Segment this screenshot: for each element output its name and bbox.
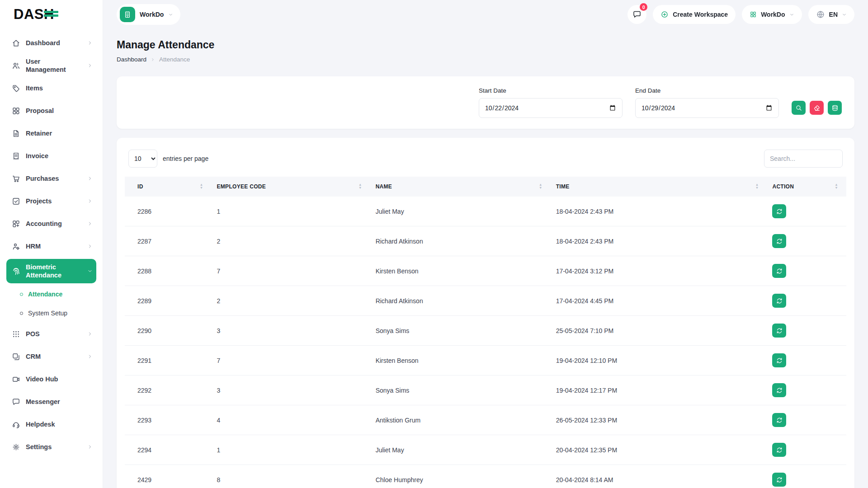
sidebar-item-dashboard[interactable]: Dashboard [6,32,96,54]
sidebar-item-retainer[interactable]: Retainer [6,122,96,145]
start-date-field: Start Date [479,87,623,118]
cell-action [767,286,846,316]
cell-action [767,405,846,435]
cell-id: 2293 [125,405,212,435]
cart-icon [12,174,20,183]
sidebar-item-video-hub[interactable]: Video Hub [6,368,96,390]
chevron-right-icon [87,176,93,181]
table-row: 22903Sonya Sims25-05-2024 7:10 PM [125,316,846,346]
breadcrumb-dashboard-link[interactable]: Dashboard [117,56,146,63]
cell-id: 2289 [125,286,212,316]
plus-circle-icon [660,10,669,19]
attendance-table-card: 10 entries per page ID▲▼EMPLOYEE CODE▲▼N… [117,138,854,488]
video-icon [12,375,20,384]
sync-attendance-button[interactable] [772,383,786,397]
sync-attendance-button[interactable] [772,234,786,248]
create-workspace-button[interactable]: Create Workspace [653,5,736,24]
sidebar-item-settings[interactable]: Settings [6,436,96,458]
column-header-action[interactable]: ACTION▲▼ [767,177,846,197]
apply-filter-button[interactable] [792,101,806,115]
refresh-icon [776,297,783,305]
cell-employee-code: 8 [212,465,370,488]
reset-filter-button[interactable] [810,101,824,115]
attendance-table: ID▲▼EMPLOYEE CODE▲▼NAME▲▼TIME▲▼ACTION▲▼ … [125,177,846,488]
sidebar-item-crm[interactable]: CRM [6,345,96,368]
table-header-row: ID▲▼EMPLOYEE CODE▲▼NAME▲▼TIME▲▼ACTION▲▼ [125,177,846,197]
filter-actions [792,101,842,115]
table-row: 22872Richard Atkinson18-04-2024 2:43 PM [125,226,846,256]
table-wrap: ID▲▼EMPLOYEE CODE▲▼NAME▲▼TIME▲▼ACTION▲▼ … [117,177,854,488]
dots-icon [12,330,20,338]
sort-icon[interactable]: ▲▼ [539,183,542,190]
app-logo[interactable]: DASH [0,0,103,29]
column-header-employee-code[interactable]: EMPLOYEE CODE▲▼ [212,177,370,197]
sidebar-item-helpdesk[interactable]: Helpdesk [6,413,96,436]
refresh-icon [776,417,783,424]
logo-text: DASH [14,6,54,23]
sidebar-item-proposal[interactable]: Proposal [6,99,96,122]
sidebar-subitem-attendance[interactable]: Attendance [6,285,96,304]
sidebar-item-purchases[interactable]: Purchases [6,167,96,190]
breadcrumb: Dashboard Attendance [117,56,854,63]
cell-id: 2292 [125,375,212,405]
sidebar-item-user-management[interactable]: User Management [6,54,96,77]
sidebar-item-items[interactable]: Items [6,77,96,99]
cell-name: Richard Atkinson [370,226,551,256]
sidebar-item-projects[interactable]: Projects [6,190,96,212]
sync-attendance-button[interactable] [772,294,786,308]
messages-button[interactable]: 0 [627,5,646,24]
topbar: WorkDo 0 Create Workspace WorkDo EN [103,0,868,29]
sync-attendance-button[interactable] [772,443,786,457]
cell-name: Kirsten Benson [370,256,551,286]
refresh-icon [776,238,783,245]
chat-icon [12,398,20,406]
sidebar-item-accounting[interactable]: Accounting [6,212,96,235]
column-header-time[interactable]: TIME▲▼ [551,177,767,197]
workspace-dropdown[interactable]: WorkDo [742,5,802,24]
page-title: Manage Attendance [117,39,854,51]
column-header-name[interactable]: NAME▲▼ [370,177,551,197]
sync-attendance-button[interactable] [772,204,786,218]
cell-name: Juliet May [370,435,551,465]
sort-icon[interactable]: ▲▼ [755,183,759,190]
refresh-icon [776,208,783,215]
table-row: 22923Sonya Sims19-04-2024 12:17 PM [125,375,846,405]
sidebar-subitem-system-setup[interactable]: System Setup [6,304,96,323]
breadcrumb-current: Attendance [159,56,190,63]
end-date-input[interactable] [635,98,779,118]
sort-icon[interactable]: ▲▼ [359,183,362,190]
cell-name: Sonya Sims [370,375,551,405]
cell-action [767,197,846,226]
cell-id: 2286 [125,197,212,226]
entries-per-page-select[interactable]: 10 [128,150,157,168]
sidebar-item-biometric-attendance[interactable]: Biometric Attendance [6,259,96,283]
language-dropdown[interactable]: EN [808,5,854,24]
sidebar-item-invoice[interactable]: Invoice [6,145,96,167]
sort-icon[interactable]: ▲▼ [835,183,838,190]
refresh-icon [776,357,783,364]
sidebar-item-pos[interactable]: POS [6,323,96,345]
cell-employee-code: 2 [212,226,370,256]
sync-attendance-button[interactable] [772,353,786,367]
cell-employee-code: 3 [212,316,370,346]
sync-attendance-button[interactable] [772,473,786,487]
table-row: 22917Kirsten Benson19-04-2024 12:10 PM [125,346,846,375]
cell-time: 20-04-2024 12:35 PM [551,435,767,465]
sync-attendance-button[interactable] [772,413,786,427]
sidebar-item-messenger[interactable]: Messenger [6,390,96,413]
export-button[interactable] [828,101,842,115]
table-search-input[interactable] [764,150,843,168]
sort-icon[interactable]: ▲▼ [200,183,203,190]
refresh-icon [776,387,783,394]
sidebar-item-hrm[interactable]: HRM [6,235,96,258]
cell-time: 19-04-2024 12:17 PM [551,375,767,405]
headset-icon [12,420,20,429]
workspace-selector[interactable]: WorkDo [117,4,180,25]
eraser-icon [813,104,821,112]
column-header-id[interactable]: ID▲▼ [125,177,212,197]
sync-attendance-button[interactable] [772,264,786,278]
start-date-input[interactable] [479,98,623,118]
sync-attendance-button[interactable] [772,324,786,338]
cell-employee-code: 3 [212,375,370,405]
cell-employee-code: 2 [212,286,370,316]
